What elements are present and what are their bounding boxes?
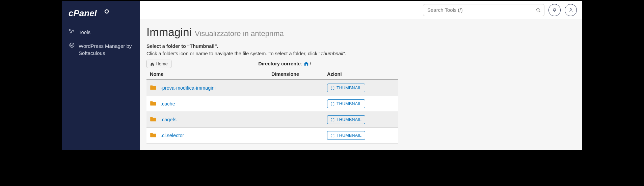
size-cell xyxy=(268,128,324,144)
compress-icon xyxy=(331,134,334,137)
thumbnail-button[interactable]: THUMBNAIL xyxy=(327,131,365,140)
cpanel-logo[interactable]: cPanel xyxy=(62,4,140,25)
folder-link[interactable]: .cl.selector xyxy=(161,133,184,138)
home-icon xyxy=(150,62,154,66)
col-header-actions: Azioni xyxy=(324,69,398,80)
folder-icon[interactable] xyxy=(150,85,157,91)
svg-line-4 xyxy=(539,10,540,12)
compress-icon xyxy=(331,86,334,90)
folder-icon[interactable] xyxy=(150,116,157,123)
notifications-button[interactable] xyxy=(548,4,561,16)
table-row: .cl.selectorTHUMBNAIL xyxy=(146,128,398,144)
bell-icon xyxy=(552,8,557,12)
current-dir-label: Directory corrente: xyxy=(258,61,302,66)
folder-table: Nome Dimensione Azioni -prova-modifica-i… xyxy=(146,69,398,144)
wordpress-icon xyxy=(69,42,75,48)
thumbnail-button[interactable]: THUMBNAIL xyxy=(327,115,365,124)
size-cell xyxy=(268,96,324,112)
thumbnail-button[interactable]: THUMBNAIL xyxy=(327,84,365,92)
home-icon[interactable] xyxy=(304,61,309,67)
size-cell xyxy=(268,112,324,128)
tools-icon xyxy=(69,29,75,34)
folder-link[interactable]: -prova-modifica-immagini xyxy=(161,85,216,91)
folder-icon[interactable] xyxy=(150,100,157,107)
col-header-name: Nome xyxy=(146,69,268,80)
search-icon xyxy=(536,8,541,12)
compress-icon xyxy=(331,118,334,122)
search-input[interactable] xyxy=(423,4,544,16)
folder-link[interactable]: .cache xyxy=(161,101,175,106)
user-button[interactable] xyxy=(565,4,577,16)
page-title-sub: Visualizzatore in anteprima xyxy=(195,29,284,38)
folder-link[interactable]: .cagefs xyxy=(161,117,177,122)
sidebar-item-wordpress-manager[interactable]: WordPress Manager by Softaculous xyxy=(62,39,140,60)
col-header-size: Dimensione xyxy=(268,69,324,80)
path-slash: / xyxy=(310,61,311,66)
current-directory: Directory corrente: / xyxy=(171,61,398,67)
topbar xyxy=(140,1,582,19)
instruction-body: Click a folder's icon or name to navigat… xyxy=(146,51,582,56)
home-button[interactable]: Home xyxy=(146,60,171,68)
size-cell xyxy=(268,80,324,96)
folder-icon[interactable] xyxy=(150,132,157,139)
user-icon xyxy=(568,8,573,12)
page-title: Immagini Visualizzatore in anteprima xyxy=(146,26,582,39)
instruction-heading: Select a folder to “Thumbnail”. xyxy=(146,43,582,49)
sidebar-item-label: WordPress Manager by Softaculous xyxy=(79,42,133,57)
main-area: Immagini Visualizzatore in anteprima Sel… xyxy=(140,1,582,150)
sidebar-item-label: Tools xyxy=(79,29,133,36)
home-button-label: Home xyxy=(156,61,168,66)
search-wrap xyxy=(423,4,544,16)
page-title-main: Immagini xyxy=(146,26,192,38)
search-button[interactable] xyxy=(533,5,544,16)
compress-icon xyxy=(331,102,334,106)
table-row: -prova-modifica-immaginiTHUMBNAIL xyxy=(146,80,398,96)
sidebar: cPanel Tools WordPress Manager by Softac… xyxy=(62,1,140,150)
table-row: .cacheTHUMBNAIL xyxy=(146,96,398,112)
sidebar-item-tools[interactable]: Tools xyxy=(62,25,140,39)
svg-point-5 xyxy=(570,8,572,10)
svg-point-1 xyxy=(105,10,108,13)
thumbnail-button[interactable]: THUMBNAIL xyxy=(327,99,365,108)
svg-text:cPanel: cPanel xyxy=(69,8,97,18)
content: Immagini Visualizzatore in anteprima Sel… xyxy=(140,19,582,150)
svg-point-3 xyxy=(537,8,539,11)
breadcrumb-row: Home Directory corrente: / xyxy=(146,60,398,68)
table-row: .cagefsTHUMBNAIL xyxy=(146,112,398,128)
